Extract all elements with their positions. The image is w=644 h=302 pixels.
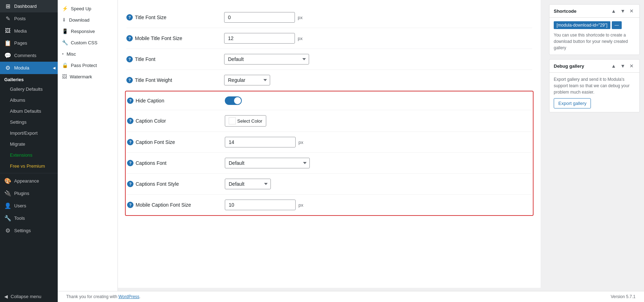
form-row-title-font-size: ? Title Font Size px [126,7,532,28]
form-row-caption-color: ? Caption Color Select Color [127,110,531,132]
title-font-size-control: px [224,12,303,23]
sidebar-item-plugins[interactable]: 🔌 Plugins [0,187,58,200]
caption-color-help[interactable]: ? [127,118,133,124]
form-row-title-font-weight: ? Title Font Weight Regular Bold Light I… [126,70,532,91]
title-font-label: ? Title Font [126,56,218,62]
mobile-title-font-size-help[interactable]: ? [126,35,133,41]
shortcode-panel-up[interactable]: ▲ [610,7,617,15]
pass-protect-icon: 🔒 [62,62,68,68]
debug-panel-body: Export gallery and send it to Modula's s… [549,73,639,112]
title-font-help[interactable]: ? [126,56,133,62]
caption-section: ? Hide Caption ? Caption Color [125,91,534,216]
hide-caption-help[interactable]: ? [127,97,133,104]
form-panel: ? Title Font Size px ? Mobile Title Font… [118,0,541,288]
sidebar-item-settings[interactable]: Settings [0,117,58,128]
title-font-size-label: ? Title Font Size [126,14,218,21]
caption-color-swatch [229,117,236,124]
tools-icon: 🔧 [4,215,11,222]
captions-font-control: Default Arial Georgia Verdana [225,158,310,168]
subnav-item-watermark[interactable]: 🖼 Watermark [58,71,118,82]
sidebar-item-gallery-defaults[interactable]: Gallery Defaults [0,84,58,95]
debug-panel-up[interactable]: ▲ [610,62,617,69]
modula-icon: ⚙ [4,65,11,71]
title-font-weight-select[interactable]: Regular Bold Light Italic [224,75,270,85]
subnav-item-pass-protect[interactable]: 🔒 Pass Protect [58,60,118,71]
hide-caption-control [225,96,242,105]
shortcode-panel-down[interactable]: ▼ [619,7,627,15]
main-area: ⚡ Speed Up ⬇ Download 📱 Responsive 🔧 Cus… [58,0,644,302]
caption-font-size-input[interactable] [225,137,296,147]
form-row-caption-font-size: ? Caption Font Size px [127,132,531,153]
sidebar-item-tools[interactable]: 🔧 Tools [0,212,58,224]
sidebar-item-album-defaults[interactable]: Album Defaults [0,106,58,117]
wordpress-link[interactable]: WordPress [118,294,139,299]
debug-panel-actions: ▲ ▼ ✕ [610,62,635,69]
title-font-control: Default Arial Georgia Verdana [224,54,309,65]
sidebar-item-media[interactable]: 🖼 Media [0,25,58,37]
captions-font-help[interactable]: ? [127,160,133,166]
sidebar-item-appearance[interactable]: 🎨 Appearance [0,175,58,187]
mobile-title-font-size-input[interactable] [224,33,295,44]
caption-color-button[interactable]: Select Color [225,115,266,127]
sidebar-item-dashboard[interactable]: ⊞ Dashboard [0,0,58,12]
hide-caption-toggle[interactable] [225,96,242,105]
responsive-icon: 📱 [62,28,68,34]
title-font-size-input[interactable] [224,12,295,23]
mobile-caption-font-size-help[interactable]: ? [127,202,133,208]
plugins-icon: 🔌 [4,190,11,197]
sidebar-item-posts[interactable]: ✎ Posts [0,12,58,25]
sidebar-item-import-export[interactable]: Import/Export [0,128,58,139]
caption-font-size-suffix: px [298,140,303,145]
sidebar-item-comments[interactable]: 💬 Comments [0,49,58,62]
title-font-select[interactable]: Default Arial Georgia Verdana [224,54,309,65]
sidebar-item-migrate[interactable]: Migrate [0,139,58,150]
caption-font-size-help[interactable]: ? [127,139,133,145]
sidebar-item-users[interactable]: 👤 Users [0,200,58,212]
captions-font-style-select[interactable]: Default Normal Italic Oblique [225,179,271,189]
captions-font-style-help[interactable]: ? [127,181,133,187]
shortcode-copy-button[interactable]: — [612,21,622,29]
captions-font-style-label: ? Captions Font Style [127,181,219,187]
debug-panel-down[interactable]: ▼ [619,62,627,69]
title-font-weight-help[interactable]: ? [126,77,133,83]
pages-icon: 📋 [4,40,11,46]
subnav-item-download[interactable]: ⬇ Download [58,14,118,26]
sidebar-item-extensions[interactable]: Extensions [0,150,58,161]
right-panel: Shortcode ▲ ▼ ✕ — You can use this short… [545,0,644,302]
debug-panel-close[interactable]: ✕ [628,62,635,69]
shortcode-panel-close[interactable]: ✕ [628,7,635,15]
shortcode-bar: — [554,21,635,29]
mobile-title-font-size-suffix: px [298,36,303,41]
subnav-item-speed-up[interactable]: ⚡ Speed Up [58,3,118,14]
collapse-menu-button[interactable]: ◀ Collapse menu [0,291,58,302]
title-font-size-suffix: px [298,15,303,20]
sidebar-item-free-vs-premium[interactable]: Free vs Premium [0,161,58,172]
captions-font-select[interactable]: Default Arial Georgia Verdana [225,158,310,168]
subnav-item-custom-css[interactable]: 🔧 Custom CSS [58,37,118,48]
title-font-size-help[interactable]: ? [126,14,133,21]
subnav-item-responsive[interactable]: 📱 Responsive [58,26,118,37]
sidebar-item-pages[interactable]: 📋 Pages [0,37,58,49]
mobile-caption-font-size-label: ? Mobile Caption Font Size [127,202,219,208]
caption-color-control: Select Color [225,115,266,127]
shortcode-input[interactable] [554,21,610,29]
galleries-section-label: Galleries [0,74,58,84]
sidebar-item-albums[interactable]: Albums [0,95,58,106]
form-row-hide-caption: ? Hide Caption [127,91,531,110]
mobile-caption-font-size-suffix: px [298,202,303,208]
form-row-mobile-title-font-size: ? Mobile Title Font Size px [126,28,532,49]
users-icon: 👤 [4,202,11,209]
toggle-knob [234,97,241,104]
dashboard-icon: ⊞ [4,3,11,10]
mobile-caption-font-size-input[interactable] [225,200,296,210]
appearance-icon: 🎨 [4,178,11,184]
title-font-weight-label: ? Title Font Weight [126,77,218,83]
sidebar-item-settings2[interactable]: ⚙ Settings [0,224,58,237]
export-gallery-button[interactable]: Export gallery [554,98,591,108]
settings-icon: ⚙ [4,227,11,234]
footer: Thank you for creating with WordPress. V… [58,291,644,302]
shortcode-panel-header: Shortcode ▲ ▼ ✕ [549,5,639,18]
sidebar-item-modula[interactable]: ⚙ Modula [0,62,58,74]
sidebar: ⊞ Dashboard ✎ Posts 🖼 Media 📋 Pages 💬 Co… [0,0,58,302]
subnav-item-misc[interactable]: • Misc [58,48,118,60]
